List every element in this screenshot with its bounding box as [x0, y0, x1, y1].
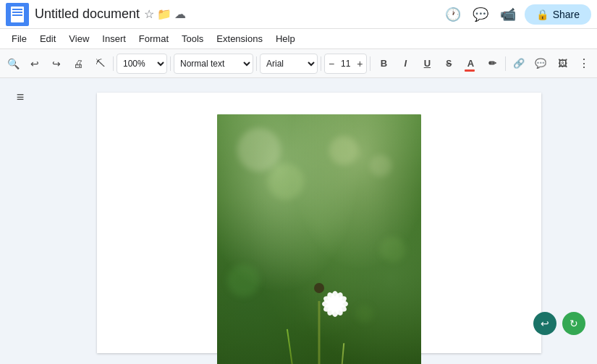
font-size-value[interactable]: 11 — [338, 59, 353, 69]
strikethrough-button[interactable]: S — [439, 54, 459, 74]
fab-green-button[interactable]: ↻ — [562, 312, 585, 335]
underline-button[interactable]: U — [417, 54, 437, 74]
highlight-button[interactable]: ✏ — [482, 54, 502, 74]
menu-view[interactable]: View — [63, 32, 95, 46]
main-area: ≡ — [0, 78, 597, 364]
menu-insert[interactable]: Insert — [96, 32, 132, 46]
toolbar-divider-3 — [256, 56, 257, 71]
flower-image[interactable] — [217, 114, 421, 364]
bold-button[interactable]: B — [373, 54, 394, 74]
toolbar-divider-6 — [505, 56, 506, 71]
menu-file[interactable]: File — [6, 32, 33, 46]
image-background — [217, 114, 421, 364]
fab-green-icon: ↻ — [570, 318, 578, 329]
grass-blade-2 — [339, 343, 344, 364]
header-right: 🕐 💬 📹 🔒 Share — [442, 4, 591, 25]
daisy-center — [314, 283, 324, 293]
outline-icon: ≡ — [17, 90, 25, 105]
toolbar-divider-2 — [170, 56, 171, 71]
sidebar: ≡ — [0, 78, 41, 364]
title-icons: ☆ 📁 ☁ — [144, 7, 186, 21]
style-select[interactable]: Normal text — [174, 54, 253, 74]
menu-extensions[interactable]: Extensions — [211, 32, 268, 46]
document-page — [97, 93, 541, 353]
menu-tools[interactable]: Tools — [176, 32, 209, 46]
outline-button[interactable]: ≡ — [7, 84, 33, 110]
grass-blade-1 — [287, 329, 296, 364]
toolbar-divider-1 — [113, 56, 114, 71]
image-container[interactable] — [140, 114, 498, 364]
fab-teal-button[interactable]: ↩ — [533, 312, 556, 335]
folder-icon[interactable]: 📁 — [157, 7, 172, 21]
italic-button[interactable]: I — [395, 54, 415, 74]
text-color-button[interactable]: A — [460, 54, 480, 74]
comments-icon[interactable]: 💬 — [470, 4, 491, 25]
share-label: Share — [553, 9, 580, 20]
image-button[interactable]: 🖼 — [552, 54, 572, 74]
search-button[interactable]: 🔍 — [3, 54, 23, 74]
font-size-control: − 11 + — [324, 54, 367, 74]
daisy-stem — [318, 301, 320, 364]
history-icon[interactable]: 🕐 — [442, 4, 464, 25]
font-size-decrease[interactable]: − — [325, 54, 338, 74]
menu-edit[interactable]: Edit — [34, 32, 62, 46]
daisy-flower — [303, 272, 335, 304]
font-size-increase[interactable]: + — [353, 54, 366, 74]
share-button[interactable]: 🔒 Share — [525, 4, 591, 25]
print-button[interactable]: 🖨 — [68, 54, 88, 74]
title-bar: Untitled document ☆ 📁 ☁ 🕐 💬 📹 🔒 Share — [0, 0, 597, 29]
paint-format-button[interactable]: ⛏ — [90, 54, 110, 74]
toolbar: 🔍 ↩ ↪ 🖨 ⛏ 100% Normal text Arial − 11 + … — [0, 49, 597, 78]
undo-button[interactable]: ↩ — [25, 54, 45, 74]
more-button[interactable]: ⋮ — [574, 54, 594, 74]
link-button[interactable]: 🔗 — [509, 54, 529, 74]
docs-logo — [6, 3, 29, 26]
toolbar-divider-4 — [321, 56, 321, 71]
redo-button[interactable]: ↪ — [46, 54, 67, 74]
menu-bar: File Edit View Insert Format Tools Exten… — [0, 29, 597, 49]
menu-format[interactable]: Format — [133, 32, 174, 46]
document-area[interactable] — [41, 78, 597, 364]
daisy-head — [303, 272, 335, 304]
fab-teal-icon: ↩ — [541, 318, 549, 329]
fab-container: ↩ ↻ — [533, 312, 585, 335]
lock-icon: 🔒 — [536, 9, 549, 20]
cloud-saved-icon[interactable]: ☁ — [174, 7, 186, 21]
menu-help[interactable]: Help — [270, 32, 301, 46]
zoom-select[interactable]: 100% — [117, 54, 167, 74]
star-icon[interactable]: ☆ — [144, 7, 154, 21]
comment-button[interactable]: 💬 — [530, 54, 551, 74]
toolbar-divider-5 — [370, 56, 371, 71]
meet-icon[interactable]: 📹 — [497, 4, 519, 25]
font-select[interactable]: Arial — [260, 54, 318, 74]
document-title[interactable]: Untitled document — [35, 7, 140, 22]
docs-logo-inner — [11, 7, 24, 22]
